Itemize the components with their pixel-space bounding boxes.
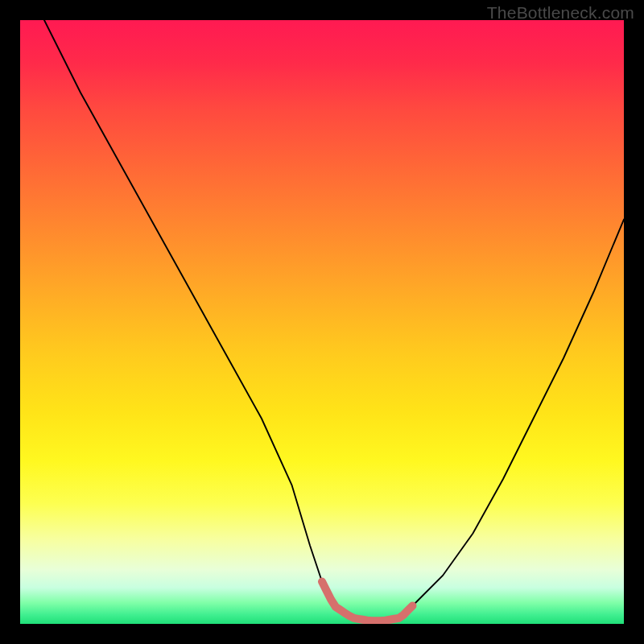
watermark-text: TheBottleneck.com xyxy=(487,3,634,23)
chart-frame: TheBottleneck.com xyxy=(0,0,644,644)
sweet-spot-highlight xyxy=(322,582,413,621)
plot-area xyxy=(20,20,624,624)
bottleneck-curve xyxy=(20,20,624,624)
